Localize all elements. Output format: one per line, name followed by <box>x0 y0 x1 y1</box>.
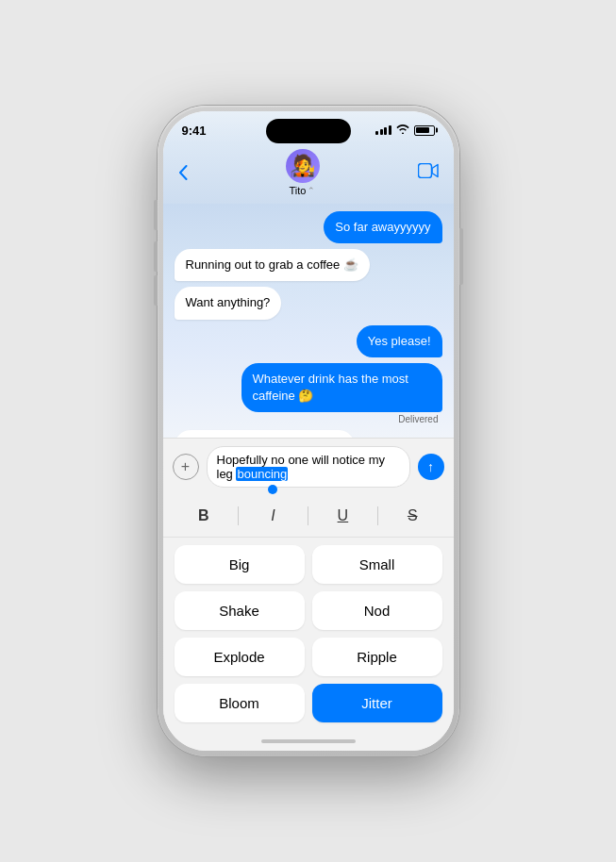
effect-big-button[interactable]: Big <box>175 545 305 584</box>
italic-button[interactable]: I <box>257 503 291 529</box>
home-bar <box>261 739 356 743</box>
effect-jitter-button[interactable]: Jitter <box>312 684 442 722</box>
effect-shake-button[interactable]: Shake <box>175 591 305 630</box>
message-row: Want anything? <box>175 287 442 319</box>
message-row: One triple shot coming up ☕ <box>175 430 442 438</box>
back-button[interactable] <box>178 165 188 180</box>
message-row: Whatever drink has the most caffeine 🤔 <box>175 363 442 412</box>
send-icon: ↑ <box>427 459 434 474</box>
avatar: 🧑‍🎤 <box>286 149 320 183</box>
chat-area: So far awayyyyyy Running out to grab a c… <box>163 204 454 438</box>
cursor-indicator <box>268 485 277 494</box>
effect-bloom-button[interactable]: Bloom <box>175 684 305 722</box>
message-row: Running out to grab a coffee ☕ <box>175 249 442 281</box>
svg-rect-0 <box>418 163 431 177</box>
selected-text: bouncing <box>236 467 288 481</box>
bold-button[interactable]: B <box>187 503 221 529</box>
phone-frame: 9:41 <box>158 106 459 756</box>
effect-small-button[interactable]: Small <box>312 545 442 584</box>
send-button[interactable]: ↑ <box>418 454 444 480</box>
nav-center[interactable]: 🧑‍🎤 Tito ⌃ <box>286 149 320 196</box>
status-time: 9:41 <box>182 124 207 138</box>
underline-button[interactable]: U <box>325 503 359 529</box>
video-call-button[interactable] <box>418 163 439 183</box>
effect-explode-button[interactable]: Explode <box>175 638 305 676</box>
nav-bar: 🧑‍🎤 Tito ⌃ <box>163 143 454 204</box>
wifi-icon <box>396 124 409 136</box>
input-text: Hopefully no one will notice my leg boun… <box>217 453 400 481</box>
add-attachment-button[interactable]: + <box>173 454 199 480</box>
effect-nod-button[interactable]: Nod <box>312 591 442 630</box>
status-icons <box>375 124 435 136</box>
message-row: So far awayyyyyy <box>175 211 442 243</box>
input-area: + Hopefully no one will notice my leg bo… <box>163 438 454 495</box>
phone-screen: 9:41 <box>163 111 454 751</box>
effect-ripple-button[interactable]: Ripple <box>312 638 442 676</box>
received-bubble: Running out to grab a coffee ☕ <box>175 249 370 281</box>
sent-bubble: So far awayyyyyy <box>324 211 441 243</box>
home-indicator <box>163 734 454 751</box>
message-row: Yes please! <box>175 325 442 357</box>
message-input[interactable]: Hopefully no one will notice my leg boun… <box>207 446 410 488</box>
received-bubble: One triple shot coming up ☕ <box>175 430 356 438</box>
battery-icon <box>414 125 435 136</box>
effect-grid: Big Small Shake Nod Explode Ripple Bloom… <box>163 538 454 734</box>
battery-fill <box>416 127 429 133</box>
sent-bubble: Yes please! <box>357 325 442 357</box>
received-bubble: Want anything? <box>175 287 282 319</box>
signal-icon <box>375 125 391 135</box>
contact-name: Tito ⌃ <box>290 185 316 196</box>
format-toolbar: B I U S <box>163 495 454 538</box>
strikethrough-button[interactable]: S <box>395 503 429 529</box>
dynamic-island <box>266 119 351 143</box>
sent-bubble: Whatever drink has the most caffeine 🤔 <box>241 363 442 412</box>
delivered-label: Delivered <box>175 414 442 424</box>
